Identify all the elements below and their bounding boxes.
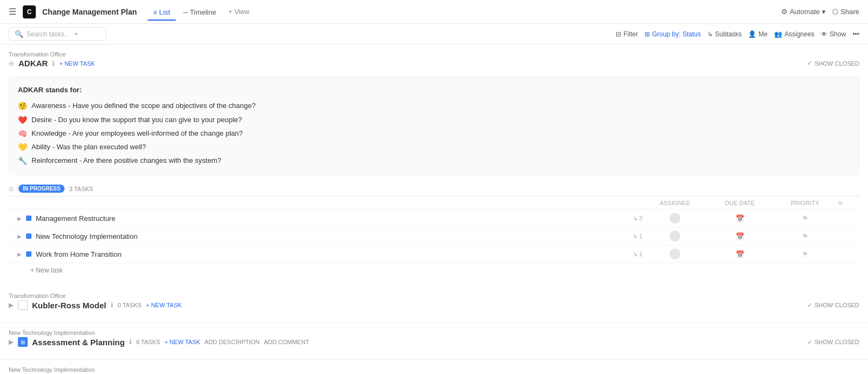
search-box[interactable]: 🔍 Search tasks... ▾ — [9, 27, 106, 41]
tab-timeline[interactable]: ─ Timeline — [178, 5, 222, 21]
status-toggle[interactable]: ⊙ — [9, 185, 14, 193]
desc-item-0: 🤨 Awareness - Have you defined the scope… — [18, 99, 850, 113]
group-icon: ⊞ — [644, 30, 650, 38]
show-icon: 👁 — [821, 30, 827, 38]
task-priority-2: ⚑ — [773, 250, 838, 258]
adkar-show-closed-label: SHOW CLOSED — [814, 60, 859, 67]
assessment-toggle[interactable]: ▶ — [9, 338, 14, 346]
check-icon-ap: ✓ — [807, 339, 812, 346]
more-button[interactable]: ••• — [852, 30, 859, 38]
task-color-0 — [26, 215, 31, 221]
assessment-add-desc-btn[interactable]: ADD DESCRIPTION — [205, 339, 259, 345]
adkar-title: ADKAR — [18, 59, 48, 68]
avatar-0 — [669, 213, 680, 224]
assessment-title: Assessment & Planning — [32, 338, 125, 347]
task-assignee-2 — [642, 249, 707, 259]
spacer-2 — [0, 314, 868, 323]
new-task-label: + New task — [30, 267, 63, 274]
kubler-ross-header: ▶ Kubler-Ross Model ℹ 0 TASKS + NEW TASK… — [9, 300, 859, 310]
kubler-ross-new-task-btn[interactable]: + NEW TASK — [146, 302, 182, 308]
assessment-info-icon[interactable]: ℹ — [129, 338, 132, 346]
tab-list[interactable]: ≡ List — [148, 5, 175, 21]
expand-0[interactable]: ▶ — [17, 215, 26, 221]
hamburger-icon[interactable]: ☰ — [9, 7, 16, 17]
status-count: 3 TASKS — [69, 186, 93, 192]
top-nav: ☰ C Change Management Plan ≡ List ─ Time… — [0, 0, 868, 24]
kubler-ross-icon — [18, 300, 28, 310]
kubler-ross-info-icon[interactable]: ℹ — [111, 301, 113, 309]
adkar-info-icon[interactable]: ℹ — [52, 60, 55, 67]
project-title: Change Management Plan — [42, 8, 137, 16]
status-header: ⊙ IN PROGRESS 3 TASKS — [9, 181, 859, 196]
automate-button[interactable]: ⚙ Automate ▾ — [781, 8, 826, 16]
subtask-count-2: ↳ 1 — [633, 251, 642, 258]
add-view-button[interactable]: + View — [224, 4, 254, 19]
flag-icon-2: ⚑ — [802, 250, 808, 258]
check-icon-kr: ✓ — [807, 302, 812, 309]
group-by-label: Group by: Status — [652, 30, 701, 38]
in-progress-group: ⊙ IN PROGRESS 3 TASKS ASSIGNEE DUE DATE … — [9, 181, 859, 277]
emoji-3: 💛 — [18, 141, 27, 154]
assessment-parent: New Technology Implementation — [9, 329, 859, 336]
group-by-button[interactable]: ⊞ Group by: Status — [644, 30, 701, 38]
assessment-header: ▶ ⊞ Assessment & Planning ℹ 8 TASKS + NE… — [9, 337, 859, 347]
col-assignee-header: ASSIGNEE — [642, 200, 707, 206]
adkar-new-task-btn[interactable]: + NEW TASK — [59, 60, 95, 67]
share-icon: ⬡ — [832, 8, 838, 16]
adkar-show-closed[interactable]: ✓ SHOW CLOSED — [807, 60, 859, 67]
kubler-ross-toggle[interactable]: ▶ — [9, 301, 14, 309]
flag-icon-1: ⚑ — [802, 232, 808, 240]
show-button[interactable]: 👁 Show — [821, 30, 846, 38]
task-priority-0: ⚑ — [773, 214, 838, 223]
emoji-4: 🔧 — [18, 154, 27, 168]
desc-text-0: Awareness - Have you defined the scope a… — [31, 99, 256, 112]
subtasks-label: Subtasks — [715, 30, 742, 38]
expand-1[interactable]: ▶ — [17, 233, 26, 239]
task-assignee-0 — [642, 213, 707, 224]
expand-2[interactable]: ▶ — [17, 251, 26, 257]
col-priority-header: PRIORITY — [773, 200, 838, 206]
task-duedate-0: 📅 — [707, 214, 773, 223]
avatar-2 — [669, 249, 680, 259]
assignees-button[interactable]: 👥 Assignees — [774, 30, 814, 38]
desc-item-3: 💛 Ability - Was the plan executed well? — [18, 141, 850, 154]
assessment-add-comment-btn[interactable]: ADD COMMENT — [264, 339, 309, 345]
automate-icon: ⚙ — [781, 8, 788, 16]
emoji-1: ❤️ — [18, 113, 27, 127]
toolbar-right: ⊟ Filter ⊞ Group by: Status ↳ Subtasks 👤… — [616, 30, 859, 38]
new-task-row[interactable]: + New task — [9, 263, 859, 277]
kubler-ross-show-closed[interactable]: ✓ SHOW CLOSED — [807, 302, 859, 309]
kubler-ross-section: Transformation Office ▶ Kubler-Ross Mode… — [0, 286, 868, 314]
kubler-ross-parent: Transformation Office — [9, 293, 859, 299]
kubler-ross-title: Kubler-Ross Model — [32, 301, 106, 310]
cal-icon-0: 📅 — [736, 214, 744, 223]
task-duedate-1: 📅 — [707, 232, 773, 240]
avatar-1 — [669, 231, 680, 242]
filter-button[interactable]: ⊟ Filter — [616, 30, 638, 38]
assessment-icon: ⊞ — [18, 337, 28, 347]
me-button[interactable]: 👤 Me — [748, 30, 768, 38]
toolbar: 🔍 Search tasks... ▾ ⊟ Filter ⊞ Group by:… — [0, 24, 868, 45]
task-color-2 — [26, 251, 31, 257]
spacer-3 — [0, 351, 868, 360]
search-chevron-icon: ▾ — [75, 31, 78, 37]
subtasks-button[interactable]: ↳ Subtasks — [707, 30, 742, 38]
change-execution-parent: New Technology Implementation — [9, 366, 859, 373]
automate-label: Automate — [790, 8, 820, 16]
task-color-1 — [26, 233, 31, 239]
desc-item-2: 🧠 Knowledge - Are your employees well-in… — [18, 127, 850, 141]
task-row-2[interactable]: ▶ Work from Home Transition ↳ 1 📅 ⚑ — [9, 245, 859, 263]
cal-icon-1: 📅 — [736, 232, 744, 240]
assessment-section: New Technology Implementation ▶ ⊞ Assess… — [0, 323, 868, 351]
assessment-count: 8 TASKS — [136, 339, 160, 345]
check-icon: ✓ — [807, 60, 812, 67]
automate-chevron: ▾ — [822, 8, 826, 16]
assessment-new-task-btn[interactable]: + NEW TASK — [164, 339, 200, 345]
filter-icon: ⊟ — [616, 30, 621, 38]
assignees-label: Assignees — [784, 30, 814, 38]
share-button[interactable]: ⬡ Share — [832, 8, 859, 16]
assessment-show-closed[interactable]: ✓ SHOW CLOSED — [807, 339, 859, 346]
task-row-0[interactable]: ▶ Management Restructure ↳ 3 📅 ⚑ — [9, 210, 859, 227]
adkar-toggle[interactable]: ⊖ — [9, 60, 14, 67]
task-row-1[interactable]: ▶ New Technology Implementation ↳ 1 📅 ⚑ — [9, 227, 859, 245]
